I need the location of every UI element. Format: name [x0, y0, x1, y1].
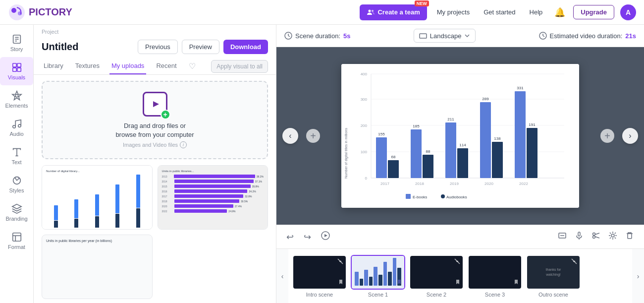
canvas-next-button[interactable]: ›	[622, 128, 638, 144]
svg-text:289: 289	[482, 97, 489, 101]
logo[interactable]: PICTORY	[8, 3, 72, 21]
redo-button[interactable]: ↪	[302, 230, 313, 244]
canvas-add-left-button[interactable]: +	[306, 129, 320, 143]
svg-text:185: 185	[413, 124, 420, 128]
new-badge: NEW	[415, 0, 429, 6]
heart-icon[interactable]: ♡	[189, 61, 196, 71]
scene-label-outro: Outro scene	[538, 292, 568, 298]
create-team-button[interactable]: Create a team NEW	[360, 4, 427, 20]
list-item[interactable]: Units in public libraries per year (in b…	[42, 235, 153, 299]
svg-text:E-books: E-books	[413, 195, 427, 199]
canvas-add-right-button[interactable]: +	[600, 129, 614, 143]
main-layout: Story Visuals Elements	[0, 25, 644, 303]
play-button[interactable]	[319, 229, 332, 244]
undo-button[interactable]: ↩	[284, 230, 296, 244]
avatar[interactable]: A	[620, 4, 636, 20]
tab-recent[interactable]: Recent	[154, 58, 178, 74]
scene-img-intro	[292, 255, 347, 290]
sidebar-item-format[interactable]: Format	[0, 227, 33, 255]
scene-visibility-icon-2	[454, 258, 461, 266]
delete-button[interactable]	[623, 229, 636, 244]
scene-thumb-outro[interactable]: thanks forwatching! Outro scene	[526, 255, 581, 298]
scene-thumb-intro[interactable]: Intro scene	[292, 255, 347, 298]
svg-rect-51	[423, 155, 433, 178]
sidebar-item-story[interactable]: Story	[0, 29, 33, 57]
svg-rect-55	[445, 122, 456, 178]
logo-text: PICTORY	[29, 6, 72, 18]
settings-button[interactable]	[606, 229, 619, 244]
timeline-prev-button[interactable]: ‹	[276, 249, 288, 303]
sidebar-label-branding: Branding	[5, 216, 27, 222]
svg-rect-61	[492, 142, 503, 178]
svg-point-15	[12, 125, 15, 128]
sidebar-label-text: Text	[11, 159, 21, 165]
scene-thumb-2[interactable]: Scene 2	[409, 255, 464, 298]
tabs-bar: Library Textures My uploads Recent ♡ App…	[34, 58, 276, 75]
sidebar-label-story: Story	[10, 46, 23, 52]
sidebar-item-styles[interactable]: Styles	[0, 170, 33, 198]
trash-icon	[625, 231, 634, 240]
svg-text:2020: 2020	[484, 182, 493, 186]
project-label: Project	[42, 29, 268, 35]
apply-visual-button[interactable]: Apply visual to all	[211, 60, 268, 73]
timeline-next-button[interactable]: ›	[632, 249, 644, 303]
tab-textures[interactable]: Textures	[73, 58, 102, 74]
canvas-right-controls	[556, 229, 636, 244]
sidebar: Story Visuals Elements	[0, 25, 34, 303]
caption-button[interactable]	[556, 229, 569, 244]
nav-help[interactable]: Help	[526, 6, 547, 18]
svg-rect-9	[12, 63, 16, 67]
canvas-wrapper: ‹ + Number of digital titles in millions	[276, 47, 644, 225]
bell-icon[interactable]: 🔔	[552, 5, 567, 20]
header-buttons: Previous Preview Download	[138, 40, 268, 54]
svg-point-72	[441, 194, 445, 198]
svg-point-80	[593, 233, 595, 236]
estimated-duration: Estimated video duration: 21s	[539, 32, 636, 40]
microphone-button[interactable]	[573, 229, 586, 244]
scene-thumb-3[interactable]: Scene 3	[468, 255, 522, 298]
canvas-controls: ↩ ↪	[276, 225, 644, 248]
sidebar-label-format: Format	[8, 244, 25, 250]
previous-button[interactable]: Previous	[138, 40, 178, 54]
scene-img-3	[468, 255, 522, 290]
sidebar-item-elements[interactable]: Elements	[0, 85, 33, 114]
svg-marker-75	[324, 234, 327, 237]
sidebar-item-visuals[interactable]: Visuals	[0, 57, 33, 85]
bookmark-icon	[396, 279, 402, 285]
scissor-button[interactable]	[590, 229, 602, 244]
scene-thumb-1[interactable]: Scene 1	[351, 255, 405, 298]
svg-text:Number of digital titles in mi: Number of digital titles in millions	[344, 128, 348, 179]
upload-icon-wrap: +	[143, 92, 167, 117]
upload-primary-text: Drag and drop files or browse from your …	[115, 121, 194, 139]
upload-area[interactable]: + Drag and drop files or browse from you…	[42, 81, 268, 159]
svg-text:2017: 2017	[380, 182, 389, 186]
clock-icon	[284, 32, 292, 40]
scene-duration: Scene duration: 5s	[284, 32, 351, 40]
svg-rect-45	[376, 137, 387, 178]
svg-text:68: 68	[391, 155, 396, 159]
nav-my-projects[interactable]: My projects	[433, 6, 474, 18]
nav-get-started[interactable]: Get started	[480, 6, 519, 18]
upgrade-button[interactable]: Upgrade	[573, 5, 614, 19]
list-item[interactable]: Number of digital library...	[42, 165, 153, 230]
preview-button[interactable]: Preview	[182, 40, 219, 54]
svg-text:114: 114	[459, 143, 466, 147]
tab-library[interactable]: Library	[42, 58, 65, 74]
sidebar-item-branding[interactable]: Branding	[0, 198, 33, 227]
info-icon[interactable]: i	[180, 141, 187, 148]
scene-label-2: Scene 2	[427, 292, 446, 298]
canvas-prev-button[interactable]: ‹	[282, 128, 298, 144]
tab-my-uploads[interactable]: My uploads	[109, 58, 146, 74]
main-content: Scene duration: 5s Landscape	[276, 25, 644, 303]
sidebar-item-text[interactable]: Text	[0, 142, 33, 170]
list-item[interactable]: Units in public libraries... 2013 38.2% …	[158, 165, 268, 230]
sidebar-item-audio[interactable]: Audio	[0, 114, 33, 142]
svg-text:0: 0	[365, 176, 368, 181]
top-navigation: PICTORY Create a team NEW My projects Ge…	[0, 0, 644, 25]
svg-rect-31	[341, 64, 579, 208]
svg-line-88	[572, 259, 577, 264]
bookmark-icon	[513, 279, 519, 285]
download-button[interactable]: Download	[223, 40, 268, 54]
orientation-selector[interactable]: Landscape	[414, 29, 476, 43]
svg-rect-27	[420, 34, 427, 38]
